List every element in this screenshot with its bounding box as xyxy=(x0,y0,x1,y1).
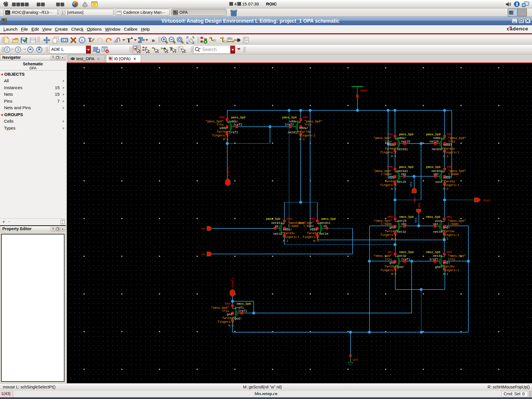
svg-text:vdda!: vdda! xyxy=(229,120,238,123)
svg-text:fw=43u: fw=43u xyxy=(284,232,295,235)
svg-text:m:1: m:1 xyxy=(391,154,396,158)
svg-text:pmos_5p0: pmos_5p0 xyxy=(321,217,336,221)
svg-text:fingers:1: fingers:1 xyxy=(380,151,396,154)
svg-text:vdda: vdda xyxy=(360,89,367,92)
svg-text:gnd!: gnd! xyxy=(443,261,450,265)
svg-text:fw=43u: fw=43u xyxy=(444,180,455,183)
svg-text:vdda!: vdda! xyxy=(283,228,292,231)
svg-text:vdda!: vdda! xyxy=(443,176,452,179)
svg-text:"nmos_5p0": "nmos_5p0" xyxy=(448,254,466,258)
svg-text:m:1: m:1 xyxy=(443,272,448,276)
svg-text:vout: vout xyxy=(435,180,443,184)
svg-text:fw=76u: fw=76u xyxy=(217,130,228,134)
svg-text:abc: abc xyxy=(227,37,232,40)
svg-text:"pmos_5p0": "pmos_5p0" xyxy=(373,169,392,173)
svg-text:>_: >_ xyxy=(6,11,9,14)
svg-text:fingers:1: fingers:1 xyxy=(299,134,316,137)
svg-text:gnd: gnd xyxy=(353,358,358,361)
svg-text:m:1: m:1 xyxy=(223,138,228,141)
svg-text:vb2: vb2 xyxy=(401,173,406,176)
svg-text:net34: net34 xyxy=(433,254,442,258)
svg-text:l:500n: l:500n xyxy=(381,222,392,226)
svg-text:pmos_5p0: pmos_5p0 xyxy=(399,133,413,136)
svg-text:vdda!: vdda! xyxy=(289,120,298,123)
svg-text:net25: net25 xyxy=(401,140,410,143)
svg-text:PM6: PM6 xyxy=(447,165,452,169)
svg-text:vn: vn xyxy=(323,224,327,228)
svg-text:fw=14u: fw=14u xyxy=(444,230,455,233)
svg-text:C: C xyxy=(62,11,64,15)
svg-text:l=1u: l=1u xyxy=(216,123,224,126)
svg-text:m:1: m:1 xyxy=(443,237,448,240)
svg-text:fw=14u: fw=14u xyxy=(385,230,396,233)
svg-text:PM0: PM0 xyxy=(287,217,292,221)
svg-text:vb1: vb1 xyxy=(414,217,418,223)
svg-text:pmos_5p0: pmos_5p0 xyxy=(426,165,441,169)
svg-text:net032: net032 xyxy=(432,148,443,151)
svg-text:Iref2: Iref2 xyxy=(226,167,230,177)
svg-text:l=1u: l=1u xyxy=(384,258,392,261)
svg-text:l=1u: l=1u xyxy=(448,258,455,261)
svg-text:pmos_5p0: pmos_5p0 xyxy=(266,217,280,221)
svg-text:NM2: NM2 xyxy=(388,251,393,254)
svg-text:fingers:1: fingers:1 xyxy=(302,235,319,239)
svg-text:Iref2: Iref2 xyxy=(233,123,242,126)
svg-text:fw=43u: fw=43u xyxy=(385,180,396,183)
svg-text:fw=26u: fw=26u xyxy=(385,265,396,268)
svg-text:m:1: m:1 xyxy=(443,187,449,191)
svg-text:net25: net25 xyxy=(430,140,439,143)
svg-text:fingers:1: fingers:1 xyxy=(443,183,459,187)
svg-text:net32: net32 xyxy=(273,232,282,236)
svg-text:vdda!: vdda! xyxy=(387,176,396,179)
svg-text:fingers:1: fingers:1 xyxy=(380,233,397,237)
svg-text:i: i xyxy=(81,38,83,42)
svg-text:fw=86u: fw=86u xyxy=(444,147,455,150)
svg-text:"pmos_5p0": "pmos_5p0" xyxy=(296,221,314,225)
svg-text:vb2: vb2 xyxy=(433,173,439,176)
svg-text:vp: vp xyxy=(201,227,205,230)
svg-text:Iref2: Iref2 xyxy=(285,123,294,126)
svg-text:PM3: PM3 xyxy=(387,133,393,136)
svg-text:T: T xyxy=(127,37,131,44)
svg-text:gnd!: gnd! xyxy=(435,265,442,269)
svg-text:fingers:1: fingers:1 xyxy=(443,151,459,154)
svg-text:net011: net011 xyxy=(271,221,282,225)
svg-text:vdda!: vdda! xyxy=(219,126,228,130)
svg-text:Iref1: Iref1 xyxy=(238,309,247,313)
svg-text:m:1: m:1 xyxy=(283,239,288,242)
svg-text:pmos_5p0: pmos_5p0 xyxy=(282,116,297,119)
svg-text:gnd!: gnd! xyxy=(389,226,396,229)
svg-text:nmos_5p0: nmos_5p0 xyxy=(236,302,251,306)
svg-text:m:1: m:1 xyxy=(391,272,397,276)
svg-text:net32: net32 xyxy=(398,254,407,258)
svg-text:l:500n: l:500n xyxy=(288,224,299,228)
svg-text:m:1: m:1 xyxy=(313,239,319,242)
svg-text:"nmos_5p0": "nmos_5p0" xyxy=(374,219,392,223)
svg-text:m:1: m:1 xyxy=(299,138,305,141)
svg-text:net011: net011 xyxy=(320,221,330,225)
svg-text:vout: vout xyxy=(435,219,442,223)
svg-text:net011: net011 xyxy=(288,131,299,134)
svg-text:fw=43u: fw=43u xyxy=(307,232,318,235)
svg-text:Vb2: Vb2 xyxy=(413,197,416,203)
svg-text:fingers:1: fingers:1 xyxy=(380,269,397,272)
svg-text:NM3: NM3 xyxy=(447,251,452,254)
svg-text:"pmos_5p0": "pmos_5p0" xyxy=(448,136,466,140)
svg-text:PM1: PM1 xyxy=(310,217,315,221)
svg-text:vdda!: vdda! xyxy=(433,136,442,140)
svg-text:NM0: NM0 xyxy=(388,215,393,219)
svg-text:PM5: PM5 xyxy=(387,165,393,169)
svg-text:vdda!: vdda! xyxy=(299,126,308,130)
svg-text:Iref1: Iref1 xyxy=(429,258,439,261)
svg-text:fingers:1: fingers:1 xyxy=(443,269,459,272)
svg-text:vout: vout xyxy=(483,198,491,202)
svg-text:vp: vp xyxy=(275,224,278,228)
svg-text:Iref2: Iref2 xyxy=(229,131,238,134)
svg-text:NM1: NM1 xyxy=(447,215,452,219)
svg-text:net25: net25 xyxy=(398,219,407,223)
svg-text:fw=26u: fw=26u xyxy=(444,265,455,268)
svg-text:net34: net34 xyxy=(433,230,442,234)
svg-text:vdda!: vdda! xyxy=(397,136,406,140)
svg-text:m:1: m:1 xyxy=(391,237,397,240)
svg-text:net32: net32 xyxy=(397,230,406,234)
